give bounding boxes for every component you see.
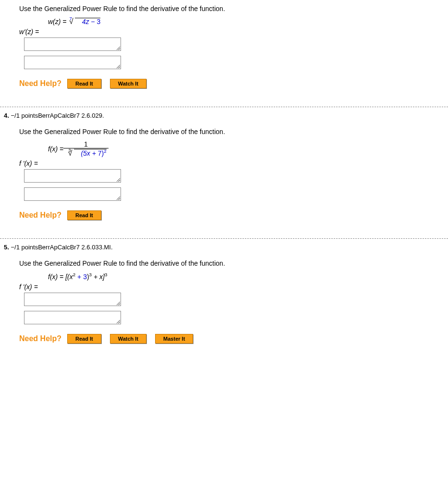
resize-handle-icon[interactable]: [116, 196, 121, 200]
svg-line-2: [117, 65, 120, 68]
radicand-part-a: 4z: [82, 18, 89, 25]
divider: [0, 107, 448, 107]
resize-handle-icon[interactable]: [116, 46, 121, 50]
derivative-label: w'(z) =: [19, 28, 434, 36]
read-it-button[interactable]: Read It: [67, 210, 101, 220]
radical-icon: √: [69, 17, 73, 25]
cube-root: 3 √ (5x + 7)2: [63, 148, 108, 158]
svg-line-9: [118, 303, 120, 305]
svg-line-6: [117, 197, 120, 200]
question-4: Use the Generalized Power Rule to find t…: [0, 123, 448, 230]
need-help-label: Need Help?: [19, 79, 61, 88]
answer-input-2[interactable]: [24, 56, 121, 69]
resize-handle-icon[interactable]: [116, 301, 121, 306]
svg-line-8: [117, 302, 120, 305]
watch-it-button[interactable]: Watch It: [110, 334, 146, 344]
divider: [0, 238, 448, 239]
question-5: Use the Generalized Power Rule to find t…: [0, 255, 448, 354]
func-sup3b: 3: [105, 272, 107, 277]
numerator: 1: [82, 140, 90, 148]
derivative-label: f '(x) =: [19, 283, 434, 291]
svg-line-11: [118, 321, 120, 323]
svg-line-10: [117, 320, 120, 323]
radical-icon: √: [68, 149, 73, 157]
svg-line-5: [118, 180, 120, 182]
question-source: BerrApCalcBr7 2.6.033.MI.: [38, 244, 112, 251]
svg-line-1: [118, 48, 120, 50]
function-definition: w(z) = 7 √ 4z − 3: [48, 17, 434, 26]
function-definition: f(x) = [(x2 + 3)3 + x]3: [48, 272, 434, 281]
question-5-header: 5. −/1 pointsBerrApCalcBr7 2.6.033.MI.: [0, 244, 448, 251]
answer-input-1[interactable]: [24, 37, 121, 51]
svg-line-3: [118, 66, 120, 68]
read-it-button[interactable]: Read It: [67, 334, 101, 344]
read-it-button[interactable]: Read It: [67, 79, 101, 88]
question-points: −/1 points: [9, 112, 38, 119]
need-help-label: Need Help?: [19, 211, 61, 220]
question-points: −/1 points: [9, 244, 38, 251]
resize-handle-icon[interactable]: [116, 319, 121, 324]
func-plusx: + x]: [92, 272, 105, 280]
question-number: 5.: [4, 244, 9, 251]
seventh-root: 7 √ 4z − 3: [67, 17, 101, 26]
help-row: Need Help? Read It: [19, 210, 434, 220]
radicand-part-b: − 3: [89, 18, 100, 25]
radicand-b: 7: [98, 149, 102, 157]
need-help-label: Need Help?: [19, 334, 61, 343]
radicand-a: (5x +: [81, 149, 97, 157]
instruction-text: Use the Generalized Power Rule to find t…: [19, 259, 434, 267]
func-part-1: f(x) = [(x: [48, 272, 73, 280]
answer-input-1[interactable]: [24, 169, 121, 183]
answer-input-1[interactable]: [24, 293, 121, 306]
question-source: BerrApCalcBr7 2.6.029.: [38, 112, 104, 119]
help-row: Need Help? Read It Watch It Master It: [19, 334, 434, 344]
svg-line-4: [117, 178, 120, 182]
svg-line-0: [117, 47, 120, 50]
function-prefix: f(x) =: [48, 145, 63, 153]
watch-it-button[interactable]: Watch It: [110, 79, 146, 88]
function-prefix: w(z) =: [48, 18, 67, 25]
question-4-header: 4. −/1 pointsBerrApCalcBr7 2.6.029.: [0, 112, 448, 119]
instruction-text: Use the Generalized Power Rule to find t…: [19, 5, 434, 12]
resize-handle-icon[interactable]: [116, 64, 121, 69]
svg-line-7: [118, 198, 120, 200]
instruction-text: Use the Generalized Power Rule to find t…: [19, 128, 434, 135]
help-row: Need Help? Read It Watch It: [19, 79, 434, 88]
fraction: 1 3 √ (5x + 7)2: [63, 140, 108, 158]
function-definition: f(x) = 1 3 √ (5x + 7)2: [48, 140, 434, 158]
question-number: 4.: [4, 112, 9, 119]
answer-input-2[interactable]: [24, 311, 121, 324]
resize-handle-icon[interactable]: [116, 177, 121, 182]
question-3: Use the Generalized Power Rule to find t…: [0, 0, 448, 98]
answer-input-2[interactable]: [24, 187, 121, 201]
func-plus3: + 3: [75, 272, 87, 280]
master-it-button[interactable]: Master It: [155, 334, 193, 344]
derivative-label: f '(x) =: [19, 160, 434, 167]
